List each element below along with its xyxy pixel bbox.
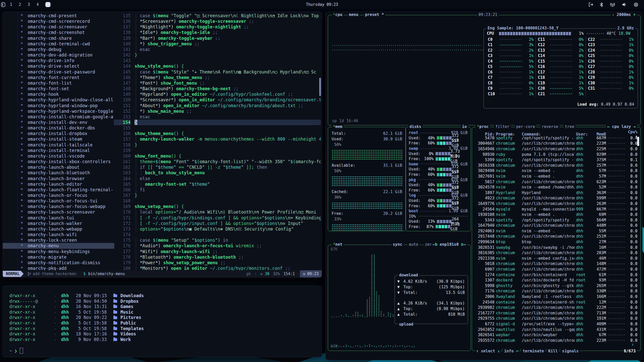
auto-button[interactable]: auto <box>407 242 419 247</box>
process-row[interactable]: 7176chromium/usr/lib/chromium/chromdhh33… <box>472 289 640 294</box>
file-list-item[interactable]: *omarchy-migrate <box>3 254 114 260</box>
process-row[interactable]: 5470spotify/opt/spotify/spotify --dhh607… <box>472 135 640 141</box>
process-row[interactable]: 3029490nvimnvim --embed .dhh57M0.0 <box>472 168 640 174</box>
process-row[interactable]: 1654946chromium/usr/lib/chromium/chromdh… <box>472 146 640 152</box>
file-list-item[interactable]: *omarchy-launch-walker <box>3 221 114 226</box>
kill-action[interactable]: Kill <box>547 349 559 353</box>
workspace-active-indicator[interactable] <box>45 2 50 7</box>
omarchy-logo-icon[interactable] <box>1 2 5 7</box>
mem-tab[interactable]: ²mem <box>332 124 344 129</box>
file-list-item[interactable]: *omarchy-dev-add-migration <box>3 52 114 58</box>
process-row[interactable]: 1647940chromium/usr/lib/chromium/chromdh… <box>472 223 640 228</box>
sync-button[interactable]: sync <box>391 242 403 247</box>
process-row[interactable]: 24540containe/usr/bin/containerd-shiroot… <box>472 299 640 305</box>
file-list-item[interactable]: *omarchy-hyprland-window-pop <box>3 103 114 108</box>
file-list-item[interactable]: *omarchy-install-chromium-google-a <box>3 114 114 120</box>
file-list-item[interactable]: *omarchy-notification-dismiss <box>3 260 114 265</box>
file-list-item[interactable]: *omarchy-launch-about <box>3 164 114 170</box>
process-row[interactable]: 5343spotify/opt/spotify/spotifydhh564M0.… <box>472 217 640 223</box>
file-list-item[interactable]: *omarchy-drive-select <box>3 63 114 69</box>
file-list-item[interactable]: *omarchy-hyprland-workspace-toggle <box>3 108 114 114</box>
process-row[interactable]: 6907chromium/usr/lib/chromium/chromdhh47… <box>472 266 640 272</box>
file-list-item[interactable]: *omarchy-cmd-present <box>3 13 114 18</box>
workspace-2[interactable]: 2 <box>19 2 21 7</box>
process-row[interactable]: 2930982chromium/usr/lib/chromium/chromdh… <box>472 305 640 310</box>
process-row[interactable]: 2921330nvimnvim --embed config.jsodhh46M… <box>472 256 640 261</box>
process-row[interactable]: 2999634btopbtopdhh27M0.0 <box>472 239 640 245</box>
interval-control[interactable]: - 2000ms + <box>611 12 637 17</box>
process-row[interactable]: 5018chromium/usr/lib/chromium/chromdhh14… <box>472 261 640 267</box>
net-tab[interactable]: ³net <box>332 242 344 247</box>
file-list-item[interactable]: *omarchy-menu <box>3 243 114 249</box>
process-row[interactable]: 2006XwaylandXwayland :1 -rootless -dhh16… <box>472 294 640 299</box>
process-row[interactable]: 98930rubypuma 7.1.0 (tcp://localdhh929M0… <box>472 152 640 157</box>
file-list-item[interactable]: *omarchy-launch-or-focus-webapp <box>3 204 114 209</box>
file-list-item[interactable]: *omarchy-install-dev-env <box>3 120 114 125</box>
info-action[interactable]: info ⏎ <box>503 349 519 353</box>
terminal-window[interactable]: drwxr-xr-x-dhh20 Nov 09:15Downloadsdrwx-… <box>3 286 322 357</box>
process-row[interactable]: 5998ghostty/usr/bin/ghostty --gtk-dhh265… <box>472 283 640 289</box>
file-list-item[interactable]: *omarchy-install-steam <box>3 136 114 142</box>
workspace-1[interactable]: 1 <box>10 2 12 7</box>
file-list-item[interactable]: *omarchy-launch-webapp <box>3 226 114 232</box>
workspace-4[interactable]: 4 <box>37 2 39 7</box>
file-list-item[interactable]: *omarchy-debug <box>3 47 114 52</box>
terminate-action[interactable]: terminate <box>522 349 545 353</box>
volume-icon[interactable] <box>622 2 627 7</box>
process-row[interactable]: 2935572chromium/usr/lib/chromium/chromdh… <box>472 338 640 343</box>
file-list-item[interactable]: *omarchy-install-dropbox <box>3 131 114 136</box>
interface-selector[interactable]: ←b enp191s0 n→ <box>431 242 467 247</box>
process-row[interactable]: 24564mysqldmysqld --max-connection999667… <box>472 206 640 212</box>
file-list-item[interactable]: *omarchy-install-tailscale <box>3 142 114 148</box>
per-core-button[interactable]: per-core <box>515 124 536 129</box>
process-row[interactable]: 1897HyprlandHyprlanddhh363M0.0 <box>472 190 640 196</box>
file-list-item[interactable]: *omarchy-font-current <box>3 75 114 80</box>
process-row[interactable]: 1649776chromium/usr/lib/chromium/chromdh… <box>472 201 640 206</box>
file-list-item[interactable]: *omarchy-cmd-screenshot <box>3 30 114 35</box>
file-list-item[interactable]: *omarchy-install-xbox-controllers <box>3 159 114 164</box>
process-row[interactable]: 1930108nvimnvim --embed .dhh69M0.0 <box>472 212 640 217</box>
signals-action[interactable]: signals <box>561 349 580 353</box>
file-list-item[interactable]: *omarchy-launch-screensaver <box>3 209 114 215</box>
process-row[interactable]: 3026531swaybg/usr/bin/swaybg -i /homdhh1… <box>472 245 640 250</box>
disks-tab[interactable]: disks <box>408 124 423 129</box>
process-row[interactable]: 3024578nvimnvim --embed /home/dhh/dhh52M… <box>472 184 640 190</box>
file-list-item[interactable]: *omarchy-launch-editor <box>3 181 114 187</box>
broadcast-icon[interactable] <box>610 2 615 7</box>
file-list-item[interactable]: *omarchy-launch-browser <box>3 176 114 181</box>
reverse-button[interactable]: reverse <box>540 124 559 129</box>
file-list-item[interactable]: *omarchy-launch-bluetooth <box>3 170 114 176</box>
sort-mode-selector[interactable]: ← cpu lazy → <box>606 124 637 129</box>
file-list-item[interactable]: *omarchy-launch-tui <box>3 215 114 221</box>
file-list-item[interactable]: *omarchy-font-set <box>3 86 114 91</box>
process-row[interactable]: 4923chromium/usr/lib/chromium/chromdhh59… <box>472 196 640 201</box>
code-editor[interactable]: │ case $(menu "Toggle" "◫ Screensaver\n☾… <box>135 13 321 271</box>
process-row[interactable]: 2941052nautilus/usr/bin/nautilus --gapdh… <box>472 327 640 332</box>
file-list-item[interactable]: *omarchy-launch-or-focus-tui <box>3 198 114 204</box>
logout-icon[interactable] <box>588 2 593 7</box>
file-list-item[interactable]: *omarchy-hyprland-window-close-all <box>3 97 114 103</box>
chip-icon[interactable] <box>634 2 638 7</box>
file-list-item[interactable]: *omarchy-cmd-share <box>3 35 114 41</box>
process-row[interactable]: 3004667chromium/usr/lib/chromium/chromdh… <box>472 141 640 146</box>
process-row[interactable]: 2917448chromium/usr/lib/chromium/chromdh… <box>472 234 640 239</box>
process-row[interactable]: 3027691nvimnvim --embed .dhh57M0.0 <box>472 174 640 179</box>
cpu-tab[interactable]: ¹cpu <box>332 12 344 17</box>
proc-tab[interactable]: ⁴proc <box>476 124 490 129</box>
file-list-item[interactable]: *omarchy-launch-floating-terminal- <box>3 187 114 193</box>
file-list-item[interactable]: *omarchy-menu-keybindings <box>3 249 114 254</box>
process-scrollbar[interactable] <box>637 137 639 146</box>
io-button[interactable]: io <box>461 124 468 129</box>
file-list-item[interactable]: *omarchy-cmd-terminal-cwd <box>3 41 114 47</box>
file-list-item[interactable]: *omarchy-drive-info <box>3 58 114 63</box>
process-row[interactable]: 3016338chromium/usr/lib/chromium/chromdh… <box>472 163 640 168</box>
tree-button[interactable]: tree <box>564 124 576 129</box>
process-row[interactable]: 6772signal-d/proc/self/exe --type=rdhh40… <box>472 321 640 327</box>
file-list-item[interactable]: *omarchy-hook <box>3 91 114 97</box>
workspace-3[interactable]: 3 <box>28 2 30 7</box>
shell-prompt[interactable]: ~ ❯ <box>3 348 322 354</box>
process-row[interactable]: 3016305chromium/usr/lib/chromium/chromdh… <box>472 250 640 256</box>
bluetooth-icon[interactable] <box>600 2 603 7</box>
file-list-item[interactable]: *omarchy-font-list <box>3 80 114 86</box>
file-list-item[interactable]: *omarchy-lock-screen <box>3 237 114 243</box>
